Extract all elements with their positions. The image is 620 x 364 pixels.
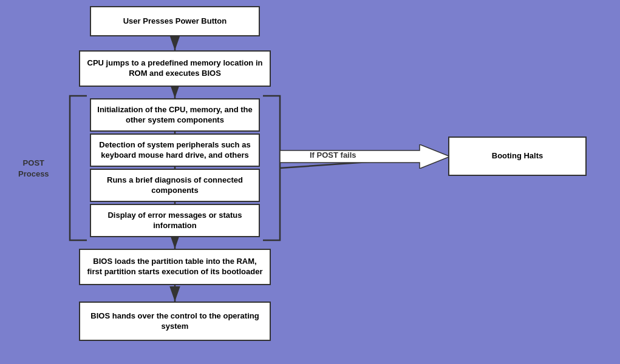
cpu-jumps-box: CPU jumps to a predefined memory locatio… <box>79 50 271 87</box>
post-fails-arrow <box>280 144 450 169</box>
flowchart: If POST fails User Presses Power Button … <box>0 0 620 364</box>
post4-box: Display of error messages or status info… <box>90 204 260 237</box>
post3-box: Runs a brief diagnosis of connected comp… <box>90 169 260 202</box>
post1-box: Initialization of the CPU, memory, and t… <box>90 98 260 132</box>
post-process-label: POSTProcess <box>18 158 49 180</box>
bios-handover-box: BIOS hands over the control to the opera… <box>79 302 271 341</box>
bios-loads-box: BIOS loads the partition table into the … <box>79 249 271 285</box>
post-fails-label: If POST fails <box>310 150 356 160</box>
svg-marker-10 <box>280 144 450 169</box>
post2-box: Detection of system peripherals such as … <box>90 133 260 167</box>
power-button-box: User Presses Power Button <box>90 6 260 36</box>
booting-halts-box: Booting Halts <box>448 136 587 176</box>
